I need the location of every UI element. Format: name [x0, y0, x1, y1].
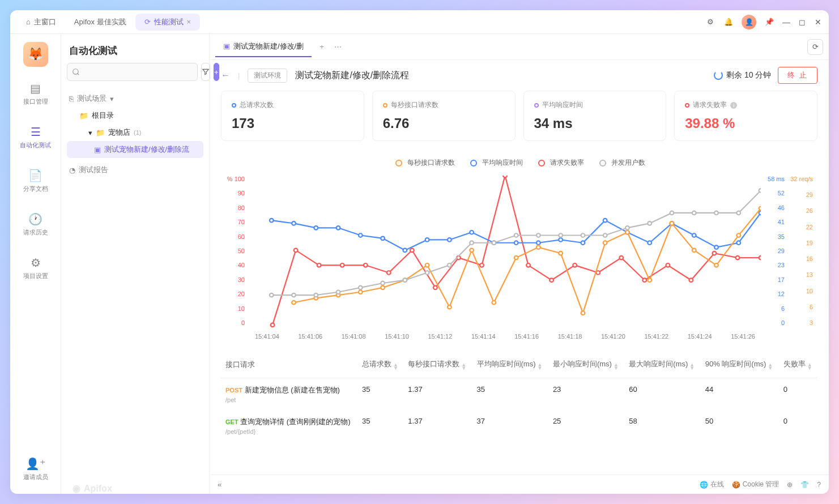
- nav-history[interactable]: 🕐请求历史: [10, 208, 61, 241]
- svg-point-77: [492, 241, 496, 245]
- env-tag[interactable]: 测试环境: [248, 69, 287, 83]
- stat-value: 173: [232, 116, 354, 131]
- close-button[interactable]: ✕: [814, 18, 822, 26]
- sidebar: 自动化测试 + ⎘ 测试场景 ▾ 📁 根目录 ▾ 📁: [61, 34, 210, 494]
- tab-perf-test[interactable]: ⟳ 性能测试 ×: [135, 14, 201, 31]
- gear-icon: ⚙: [31, 256, 41, 270]
- svg-point-70: [337, 291, 340, 294]
- maximize-button[interactable]: ◻: [798, 18, 806, 26]
- legend-item[interactable]: 平均响应时间: [469, 158, 523, 168]
- svg-point-31: [470, 230, 474, 234]
- tree-section-head[interactable]: ⎘ 测试场景 ▾: [67, 90, 203, 107]
- avatar[interactable]: 👤: [742, 15, 756, 29]
- search-input[interactable]: [67, 63, 198, 81]
- table-row[interactable]: POST 新建宠物信息 (新建在售宠物)/pet 351.37352360440: [221, 378, 817, 411]
- svg-point-53: [470, 249, 474, 253]
- stat-value: 6.76: [383, 116, 505, 131]
- svg-point-62: [670, 221, 674, 225]
- table-row[interactable]: GET 查询宠物详情 (查询刚刚建的宠物)/pet/{petId} 351.37…: [221, 410, 817, 442]
- tree-root[interactable]: 📁 根目录: [67, 107, 203, 124]
- col-header[interactable]: 接口请求: [221, 351, 357, 378]
- svg-point-65: [736, 233, 740, 237]
- close-icon[interactable]: ×: [187, 18, 191, 26]
- minimize-button[interactable]: —: [782, 18, 790, 26]
- add-tab-button[interactable]: +: [320, 42, 324, 51]
- svg-point-21: [759, 256, 761, 260]
- dot-icon: [383, 103, 387, 108]
- col-header[interactable]: 失败率▲▼: [779, 351, 817, 378]
- tree-scenario-selected[interactable]: ▣ 测试宠物新建/修改/删除流: [67, 141, 203, 158]
- svg-point-72: [381, 281, 385, 285]
- tab-label: 主窗口: [34, 17, 56, 27]
- sort-icon[interactable]: ▲▼: [461, 363, 466, 370]
- svg-point-3: [340, 263, 344, 267]
- globe-icon: 🌐: [700, 481, 708, 489]
- stop-button[interactable]: 终 止: [778, 67, 817, 84]
- sort-icon[interactable]: ▲▼: [768, 363, 773, 370]
- refresh-button[interactable]: ⟳: [807, 39, 823, 55]
- cell: 1.37: [403, 410, 472, 442]
- svg-point-52: [448, 305, 452, 309]
- sort-icon[interactable]: ▲▼: [538, 363, 543, 370]
- collapse-button[interactable]: «: [218, 480, 222, 489]
- svg-point-82: [603, 233, 607, 237]
- pin-icon[interactable]: 📌: [764, 17, 774, 27]
- svg-point-63: [692, 249, 696, 253]
- stat-value: 34 ms: [534, 116, 656, 131]
- tab-best-practice[interactable]: Apifox 最佳实践: [65, 14, 135, 31]
- report-icon: ◔: [69, 166, 75, 174]
- sort-icon[interactable]: ▲▼: [393, 363, 398, 370]
- nav-invite[interactable]: 👤⁺邀请成员: [10, 452, 61, 486]
- svg-point-39: [648, 241, 651, 245]
- sidebar-title: 自动化测试: [61, 34, 209, 63]
- nav-api-mgmt[interactable]: ▤接口管理: [10, 77, 61, 110]
- info-icon[interactable]: i: [730, 102, 737, 109]
- watermark: ◉ Apifox: [61, 483, 209, 494]
- legend-item[interactable]: 并发用户数: [598, 158, 645, 168]
- chart: 每秒接口请求数平均响应时间请求失败率并发用户数 % 10090807060504…: [221, 152, 817, 340]
- loading-icon: ⟳: [144, 18, 151, 26]
- sort-icon[interactable]: ▲▼: [807, 363, 812, 370]
- svg-point-59: [603, 241, 607, 245]
- navbar: 🦊 ▤接口管理 ☰自动化测试 📄分享文档 🕐请求历史 ⚙项目设置 👤⁺邀请成员: [10, 34, 61, 494]
- page-tab-bar: ▣ 测试宠物新建/修改/删 + ⋯ ⟳: [210, 34, 829, 60]
- nav-settings[interactable]: ⚙项目设置: [10, 251, 61, 285]
- online-status[interactable]: 🌐在线: [700, 480, 724, 489]
- sort-icon[interactable]: ▲▼: [614, 363, 619, 370]
- nav-automation[interactable]: ☰自动化测试: [10, 121, 61, 154]
- svg-point-18: [689, 278, 693, 282]
- svg-point-85: [670, 211, 674, 215]
- tree-reports[interactable]: ◔ 测试报告: [67, 161, 203, 178]
- svg-point-76: [470, 241, 474, 245]
- more-button[interactable]: ⋯: [334, 42, 342, 51]
- tree-petstore[interactable]: ▾ 📁 宠物店 (1): [67, 124, 203, 141]
- col-header[interactable]: 每秒接口请求数▲▼: [403, 351, 472, 378]
- doc-icon: 📄: [28, 169, 42, 182]
- legend-item[interactable]: 请求失败率: [536, 158, 584, 168]
- col-header[interactable]: 平均响应时间(ms)▲▼: [472, 351, 548, 378]
- back-button[interactable]: ←: [221, 70, 230, 80]
- page-tab[interactable]: ▣ 测试宠物新建/修改/删: [215, 37, 312, 57]
- sort-icon[interactable]: ▲▼: [689, 363, 695, 370]
- col-header[interactable]: 最大响应时间(ms)▲▼: [624, 351, 700, 378]
- tab-label: 性能测试: [154, 17, 184, 27]
- api-path: /pet/{petId}: [225, 428, 353, 435]
- svg-point-23: [292, 221, 296, 225]
- cookie-mgmt[interactable]: 🍪Cookie 管理: [732, 480, 780, 489]
- gear-icon[interactable]: ⚙: [705, 17, 716, 27]
- col-header[interactable]: 90% 响应时间(ms)▲▼: [701, 351, 779, 378]
- legend-item[interactable]: 每秒接口请求数: [394, 158, 455, 168]
- footer-icon-1[interactable]: ⊕: [787, 481, 793, 489]
- folder-icon: 📁: [79, 112, 88, 120]
- col-header[interactable]: 最小响应时间(ms)▲▼: [548, 351, 624, 378]
- footer-icon-2[interactable]: 👕: [800, 481, 809, 489]
- tab-main-window[interactable]: ⌂ 主窗口: [17, 14, 65, 31]
- filter-button[interactable]: [201, 63, 210, 81]
- legend-marker-icon: [394, 161, 404, 165]
- svg-point-36: [581, 241, 585, 245]
- col-header[interactable]: 总请求数▲▼: [357, 351, 403, 378]
- help-icon[interactable]: ?: [817, 481, 821, 489]
- nav-share-docs[interactable]: 📄分享文档: [10, 164, 61, 198]
- legend-marker-icon: [536, 161, 547, 165]
- bell-icon[interactable]: 🔔: [723, 17, 734, 27]
